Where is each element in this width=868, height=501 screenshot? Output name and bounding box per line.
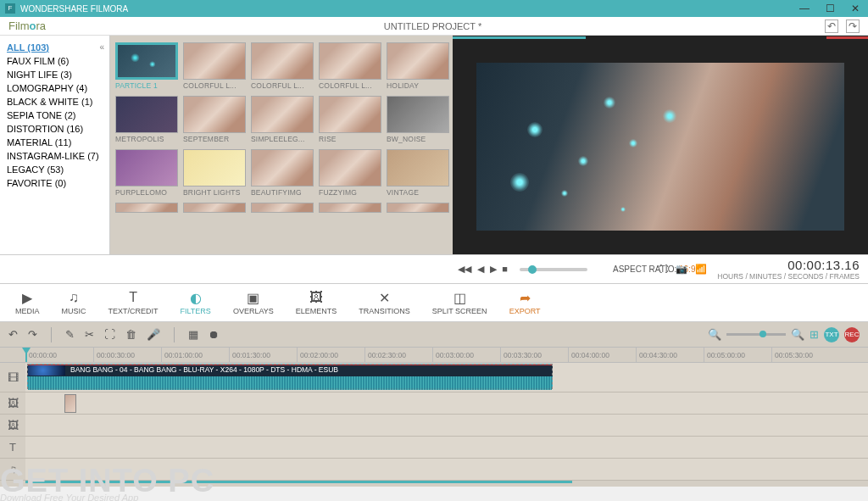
pip-track[interactable]: 🖼	[0, 415, 868, 437]
filter-category-8[interactable]: INSTAGRAM-LIKE (7)	[7, 149, 103, 163]
filter-thumb[interactable]: SIMPLEELEG...	[251, 96, 314, 145]
snapshot-icon[interactable]: 📷	[676, 264, 687, 274]
filter-category-10[interactable]: FAVORITE (0)	[7, 176, 103, 190]
filter-clip[interactable]	[64, 394, 76, 413]
tl-undo-icon[interactable]: ↶	[8, 328, 18, 341]
filter-thumb[interactable]	[319, 203, 381, 213]
zoom-slider[interactable]	[726, 333, 786, 336]
filter-thumb[interactable]: COLORFUL L...	[319, 42, 381, 92]
stop-button[interactable]: ■	[502, 264, 508, 274]
tab-export[interactable]: ➦EXPORT	[509, 290, 541, 315]
prev-button[interactable]: ◀◀	[458, 264, 471, 274]
filter-category-1[interactable]: FAUX FILM (6)	[7, 54, 103, 68]
tab-transitions[interactable]: ✕TRANSITIONS	[359, 290, 410, 315]
filter-thumb[interactable]: METROPOLIS	[115, 96, 178, 145]
filter-thumb-label: FUZZYIMG	[319, 186, 381, 198]
filter-thumb-label: METROPOLIS	[115, 133, 178, 145]
tab-media[interactable]: ▶MEDIA	[15, 290, 40, 315]
text-track[interactable]: T	[0, 437, 868, 459]
elements-icon: 🖼	[296, 290, 337, 307]
tab-textcredit[interactable]: TTEXT/CREDIT	[108, 290, 159, 315]
preview-scrubber[interactable]	[520, 268, 587, 271]
filter-thumb[interactable]: PARTICLE 1	[115, 42, 178, 92]
sidebar-collapse-icon[interactable]: «	[99, 42, 104, 52]
tl-grid-icon[interactable]: ▦	[188, 328, 198, 341]
filter-category-5[interactable]: SEPIA TONE (2)	[7, 109, 103, 122]
tl-record-icon[interactable]: ⏺	[209, 328, 220, 341]
tl-voiceover-icon[interactable]: 🎤	[147, 328, 160, 341]
timeline-ruler[interactable]: 00:00:0000:00:30:0000:01:00:0000:01:30:0…	[0, 348, 868, 363]
audio-track[interactable]: ♫	[0, 459, 868, 481]
ruler-mark: 00:00:30:00	[93, 348, 161, 362]
chrome-undo-icon[interactable]: ↶	[825, 19, 838, 33]
filter-thumb-label: BEAUTIFYIMG	[251, 186, 314, 198]
filter-thumb-image	[183, 96, 246, 133]
filter-thumb-label: HOLIDAY	[387, 80, 449, 92]
filter-thumb-label: PARTICLE 1	[115, 80, 178, 92]
playhead[interactable]	[25, 348, 27, 362]
video-track[interactable]: 🎞 BANG BANG - 04 - BANG BANG - BLU-RAY -…	[0, 363, 868, 392]
os-titlebar: F WONDERSHARE FILMORA — ☐ ✕	[0, 0, 868, 17]
tab-splitscreen[interactable]: ◫SPLIT SCREEN	[432, 290, 487, 315]
filter-thumb[interactable]	[387, 203, 449, 213]
filter-category-3[interactable]: LOMOGRAPHY (4)	[7, 81, 103, 95]
window-close[interactable]: ✕	[843, 0, 868, 17]
filter-category-7[interactable]: MATERIAL (11)	[7, 136, 103, 149]
filter-thumb[interactable]	[251, 203, 314, 213]
filter-thumb[interactable]: FUZZYIMG	[319, 149, 381, 198]
video-clip[interactable]: BANG BANG - 04 - BANG BANG - BLU-RAY - X…	[27, 364, 553, 389]
tl-edit-icon[interactable]: ✎	[65, 328, 75, 341]
reverse-button[interactable]: ◀	[477, 264, 484, 274]
tl-crop-icon[interactable]: ⛶	[104, 328, 115, 341]
tab-overlays[interactable]: ▣OVERLAYS	[233, 290, 274, 315]
filter-thumb[interactable]: RISE	[319, 96, 381, 145]
quality-icon[interactable]: 📶	[695, 264, 707, 274]
filter-thumb[interactable]: HOLIDAY	[387, 42, 449, 92]
image-track[interactable]: 🖼	[0, 392, 868, 415]
filter-category-2[interactable]: NIGHT LIFE (3)	[7, 68, 103, 81]
filter-thumb[interactable]: BW_NOISE	[387, 96, 449, 145]
filter-thumb[interactable]: BRIGHT LIGHTS	[183, 149, 246, 198]
zoom-out-icon[interactable]: 🔍	[708, 328, 721, 341]
timeline-toolbar: ↶ ↷ ✎ ✂ ⛶ 🗑 🎤 ▦ ⏺ 🔍 🔍 ⊞ TXT REC	[0, 322, 868, 348]
filter-thumb-image	[387, 96, 449, 133]
timecode: 00:00:13.16	[717, 258, 860, 272]
tl-cut-icon[interactable]: ✂	[85, 328, 94, 341]
window-minimize[interactable]: —	[792, 0, 817, 17]
badge-text[interactable]: TXT	[824, 327, 839, 342]
filter-thumb[interactable]	[183, 203, 246, 213]
filter-category-4[interactable]: BLACK & WHITE (1)	[7, 95, 103, 109]
filter-thumb[interactable]: VINTAGE	[387, 149, 449, 198]
fullscreen-icon[interactable]: ⛶	[659, 264, 668, 274]
video-preview[interactable]	[476, 63, 844, 231]
timeline-scrollbar[interactable]	[25, 481, 572, 483]
tl-delete-icon[interactable]: 🗑	[125, 328, 136, 341]
tl-redo-icon[interactable]: ↷	[28, 328, 37, 341]
tab-filters[interactable]: ◐FILTERS	[181, 290, 211, 315]
filter-thumb-image	[115, 149, 178, 186]
zoom-in-icon[interactable]: 🔍	[791, 328, 804, 341]
filter-thumb-image	[115, 42, 178, 80]
filter-category-0[interactable]: ALL (103)	[7, 41, 103, 54]
scrubber-knob[interactable]	[528, 265, 537, 274]
filter-category-9[interactable]: LEGACY (53)	[7, 163, 103, 176]
window-maximize[interactable]: ☐	[817, 0, 843, 17]
zoom-fit-icon[interactable]: ⊞	[810, 328, 819, 341]
split screen-icon: ◫	[432, 290, 487, 307]
filter-category-6[interactable]: DISTORTION (16)	[7, 122, 103, 136]
tab-elements[interactable]: 🖼ELEMENTS	[296, 290, 337, 315]
filter-thumb-label: PURPLELOMO	[115, 186, 178, 198]
filter-thumb[interactable]: COLORFUL L...	[251, 42, 314, 92]
play-button[interactable]: ▶	[490, 264, 497, 274]
filter-thumb[interactable]: PURPLELOMO	[115, 149, 178, 198]
filter-thumb[interactable]: COLORFUL L...	[183, 42, 246, 92]
tab-music[interactable]: ♫MUSIC	[62, 290, 86, 315]
badge-record[interactable]: REC	[844, 327, 860, 342]
filter-thumb-label: RISE	[319, 133, 381, 145]
filter-thumb[interactable]	[115, 203, 178, 213]
filter-thumb-label: COLORFUL L...	[183, 80, 246, 92]
chrome-redo-icon[interactable]: ↷	[846, 19, 860, 33]
filters-icon: ◐	[181, 290, 211, 307]
filter-thumb[interactable]: BEAUTIFYIMG	[251, 149, 314, 198]
filter-thumb[interactable]: SEPTEMBER	[183, 96, 246, 145]
